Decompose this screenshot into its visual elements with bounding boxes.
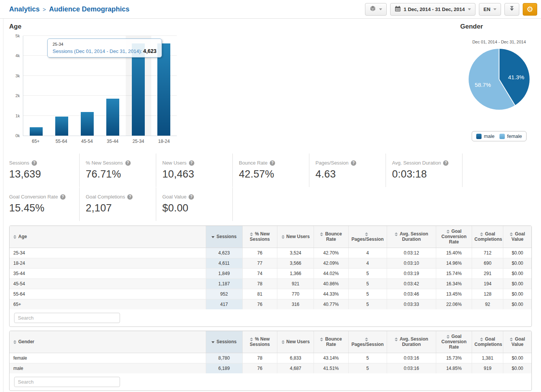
cell: 6,833 bbox=[277, 353, 314, 363]
legend-label-male: male bbox=[484, 133, 495, 139]
age-column-header-new-sessions[interactable]: % New Sessions bbox=[242, 226, 277, 248]
help-icon[interactable]: ? bbox=[443, 160, 448, 166]
cell: 690 bbox=[472, 258, 503, 268]
help-icon[interactable]: ? bbox=[189, 194, 194, 200]
cell: $0.00 bbox=[503, 299, 531, 309]
cell: $0.00 bbox=[503, 278, 531, 289]
gender-column-header-gender[interactable]: Gender bbox=[10, 331, 206, 353]
cell: 1,366 bbox=[277, 268, 314, 278]
gender-table-search-row bbox=[10, 373, 531, 390]
table-row: 55-649528177044.33%50:03:4613.45%128$0.0… bbox=[10, 289, 531, 299]
table-row: 18-244,611773,56642.09%40:03:1014.96%690… bbox=[10, 258, 531, 268]
breadcrumb-page[interactable]: Audience Demographics bbox=[49, 5, 130, 13]
legend-label-female: female bbox=[507, 133, 522, 139]
age-column-header-bounce-rate[interactable]: Bounce Rate bbox=[314, 226, 348, 248]
column-label: Gender bbox=[18, 339, 34, 344]
cell: 0:03:19 bbox=[387, 268, 436, 278]
y-axis-tick: 0k bbox=[15, 133, 20, 138]
age-column-header-goal-conversion-rate[interactable]: Goal Conversion Rate bbox=[436, 226, 472, 248]
cell: 417 bbox=[206, 299, 242, 309]
sort-icon bbox=[320, 338, 323, 341]
gender-table-search-input[interactable] bbox=[14, 377, 120, 387]
sort-icon bbox=[320, 232, 323, 236]
cell: 5 bbox=[348, 299, 387, 309]
cell: $0.00 bbox=[503, 258, 531, 268]
gender-column-header-goal-value[interactable]: Goal Value bbox=[503, 331, 531, 353]
gender-column-header-goal-completions[interactable]: Goal Completions bbox=[472, 331, 503, 353]
cell: 42.09% bbox=[314, 258, 348, 268]
gender-chart-title: Gender bbox=[460, 23, 538, 30]
help-icon[interactable]: ? bbox=[32, 160, 37, 166]
age-column-header-pages-session[interactable]: Pages/Session bbox=[348, 226, 387, 248]
help-icon[interactable]: ? bbox=[127, 194, 133, 200]
toolbar: 1 Dec, 2014 - 31 Dec, 2014 EN ⚙ bbox=[365, 3, 537, 16]
age-column-header-new-users[interactable]: New Users bbox=[277, 226, 314, 248]
top-bar: Analytics > Audience Demographics 1 Dec,… bbox=[0, 0, 541, 19]
sort-icon bbox=[13, 235, 16, 239]
cell: 55-64 bbox=[10, 289, 206, 299]
age-column-header-sessions[interactable]: Sessions bbox=[206, 226, 242, 248]
gender-column-header-goal-conversion-rate[interactable]: Goal Conversion Rate bbox=[436, 331, 472, 353]
age-column-header-avg-session-duration[interactable]: Avg. Session Duration bbox=[387, 226, 436, 248]
column-label: Bounce Rate bbox=[325, 231, 342, 242]
gender-column-header-bounce-rate[interactable]: Bounce Rate bbox=[314, 331, 348, 353]
gender-pie-chart[interactable]: 41.3% 58.7% bbox=[469, 49, 530, 110]
breadcrumb-analytics-link[interactable]: Analytics bbox=[9, 5, 40, 13]
gender-table: GenderSessions% New SessionsNew UsersBou… bbox=[10, 331, 531, 373]
cell: $0.00 bbox=[503, 289, 531, 299]
cell: $0.00 bbox=[503, 248, 531, 258]
tooltip-value: 4,623 bbox=[143, 48, 157, 54]
download-button[interactable] bbox=[504, 3, 519, 16]
age-column-header-age[interactable]: Age bbox=[10, 226, 206, 248]
x-axis-label: 65+ bbox=[23, 139, 48, 144]
cell: 1,849 bbox=[206, 268, 242, 278]
pie-label-male: 41.3% bbox=[508, 74, 524, 80]
y-axis-tick: 3k bbox=[15, 74, 20, 78]
legend-item-female[interactable]: female bbox=[499, 133, 522, 139]
widget-menu-button[interactable] bbox=[365, 3, 387, 16]
column-label: Age bbox=[18, 234, 27, 239]
stat-value: 15.45% bbox=[9, 202, 79, 214]
legend-item-male[interactable]: male bbox=[476, 133, 495, 139]
sort-icon bbox=[447, 335, 450, 339]
gender-column-header-new-users[interactable]: New Users bbox=[277, 331, 314, 353]
settings-button[interactable]: ⚙ bbox=[523, 3, 537, 16]
help-icon[interactable]: ? bbox=[270, 160, 275, 166]
date-range-button[interactable]: 1 Dec, 2014 - 31 Dec, 2014 bbox=[390, 3, 475, 16]
help-icon[interactable]: ? bbox=[351, 160, 356, 166]
sort-icon bbox=[13, 340, 16, 344]
pie-slice-divider bbox=[499, 49, 499, 79]
help-icon[interactable]: ? bbox=[125, 160, 131, 166]
date-range-label: 1 Dec, 2014 - 31 Dec, 2014 bbox=[404, 6, 465, 12]
age-table-search-input[interactable] bbox=[14, 313, 120, 323]
gender-column-header-pages-session[interactable]: Pages/Session bbox=[348, 331, 387, 353]
help-icon[interactable]: ? bbox=[189, 160, 194, 166]
gender-column-header-sessions[interactable]: Sessions bbox=[206, 331, 242, 353]
bar-45-54[interactable] bbox=[81, 112, 94, 136]
cell: 4 bbox=[348, 248, 387, 258]
cell: 4,687 bbox=[277, 363, 314, 373]
gender-column-header-avg-session-duration[interactable]: Avg. Session Duration bbox=[387, 331, 436, 353]
calendar-icon bbox=[395, 6, 401, 13]
column-label: Pages/Session bbox=[351, 237, 384, 242]
column-label: Avg. Session Duration bbox=[400, 231, 428, 242]
breadcrumb: Analytics > Audience Demographics bbox=[9, 5, 130, 13]
stats-row-2: Goal Conversion Rate?15.45%Goal Completi… bbox=[3, 187, 233, 221]
age-column-header-goal-value[interactable]: Goal Value bbox=[503, 226, 531, 248]
help-icon[interactable]: ? bbox=[60, 194, 66, 200]
cell: 712 bbox=[472, 248, 503, 258]
column-label: Goal Completions bbox=[474, 231, 502, 242]
language-button[interactable]: EN bbox=[479, 3, 501, 16]
age-x-axis: 65+55-6445-5435-4425-3418-24 bbox=[23, 139, 177, 144]
pie-label-female: 58.7% bbox=[475, 82, 491, 88]
bar-55-64[interactable] bbox=[55, 117, 68, 136]
bar-35-44[interactable] bbox=[106, 99, 119, 136]
gender-column-header-new-sessions[interactable]: % New Sessions bbox=[242, 331, 277, 353]
language-label: EN bbox=[483, 6, 490, 12]
cell: 14.85% bbox=[436, 363, 472, 373]
cell: 8,780 bbox=[206, 353, 242, 363]
cell: 919 bbox=[472, 363, 503, 373]
cell: 25-34 bbox=[10, 248, 206, 258]
bar-65[interactable] bbox=[30, 127, 43, 136]
age-column-header-goal-completions[interactable]: Goal Completions bbox=[472, 226, 503, 248]
